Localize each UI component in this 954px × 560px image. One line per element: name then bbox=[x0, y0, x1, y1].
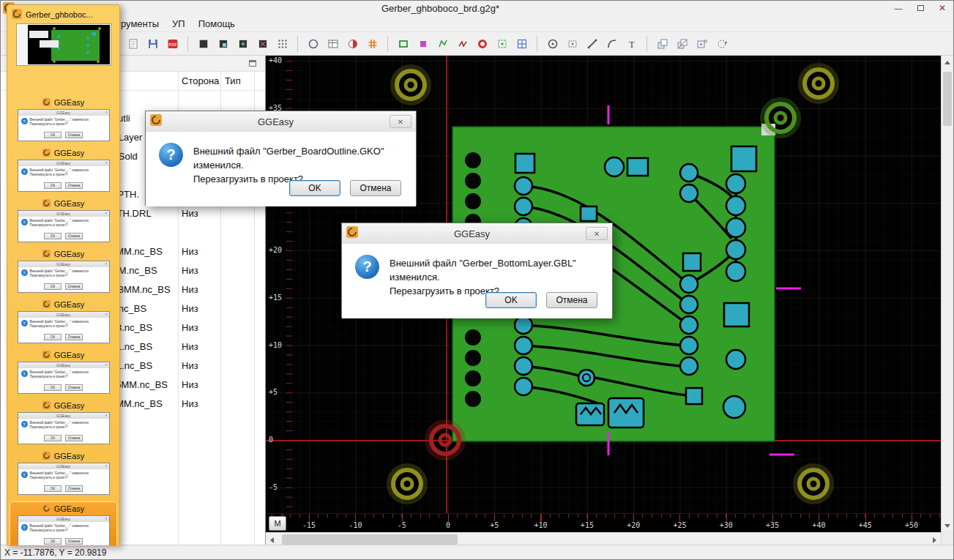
horizontal-scroll-thumb[interactable] bbox=[282, 534, 458, 545]
rotate-button[interactable] bbox=[712, 34, 731, 53]
ruler-label: +35 bbox=[761, 521, 783, 529]
scroll-left-icon[interactable] bbox=[270, 537, 274, 543]
pdf-export-button[interactable]: PDF bbox=[163, 34, 182, 53]
ok-button[interactable]: OK bbox=[289, 180, 340, 196]
cancel-button-preview: Отмена bbox=[65, 435, 83, 441]
ruler-label: -15 bbox=[298, 521, 320, 529]
close-icon: × bbox=[105, 463, 108, 468]
snap-grid-button[interactable] bbox=[273, 34, 291, 53]
dialog-thumbnail: GGEasy× ? Внешний файл "Gerber_..." изме… bbox=[18, 311, 110, 343]
taskbar-preview-flyout: Gerber_ghboboc... GGEasy GGEasy× ? Внешн… bbox=[7, 4, 120, 546]
dialog-thumbnail: GGEasy× ? Внешний файл "Gerber_..." изме… bbox=[18, 261, 110, 293]
dialog-item-title: GGEasy bbox=[54, 149, 85, 157]
question-icon: ? bbox=[21, 168, 28, 175]
close-icon[interactable]: ✕ bbox=[586, 227, 608, 240]
draw-zigzag-button[interactable] bbox=[453, 34, 472, 53]
file-side: Низ bbox=[182, 322, 198, 333]
scroll-down-icon[interactable] bbox=[944, 524, 950, 528]
zoom-fit-button[interactable] bbox=[234, 34, 252, 53]
combine-button[interactable] bbox=[693, 34, 711, 53]
close-icon[interactable]: ✕ bbox=[390, 115, 411, 128]
cancel-button[interactable]: Отмена bbox=[350, 180, 401, 196]
draw-text-button[interactable]: T bbox=[622, 34, 641, 53]
draw-dotted-rect-button[interactable] bbox=[563, 34, 581, 53]
file-side: Низ bbox=[182, 246, 198, 257]
close-button[interactable]: ✕ bbox=[931, 1, 953, 15]
dialog-title: GGEasy bbox=[358, 228, 586, 239]
menu-help[interactable]: Помощь bbox=[192, 16, 242, 31]
file-side: Низ bbox=[182, 208, 198, 219]
vertical-scrollbar[interactable] bbox=[941, 56, 953, 545]
minimize-button[interactable]: — bbox=[887, 1, 909, 15]
cancel-button-preview: Отмена bbox=[65, 233, 83, 239]
draw-polyline-button[interactable] bbox=[433, 34, 452, 53]
group-button[interactable] bbox=[653, 34, 671, 53]
dialog-item-title: GGEasy bbox=[54, 351, 85, 359]
toolbar-separator bbox=[297, 36, 298, 52]
cancel-button[interactable]: Отмена bbox=[546, 292, 597, 308]
dialog-thumbnail: GGEasy× ? Внешний файл "Gerber_..." изме… bbox=[18, 515, 110, 546]
close-icon: × bbox=[105, 362, 108, 367]
file-side: Низ bbox=[182, 341, 198, 352]
ok-button-preview: ОК bbox=[44, 384, 62, 391]
save-button[interactable] bbox=[144, 34, 162, 53]
ruler-label: +5 bbox=[483, 521, 505, 529]
dialog-titlebar[interactable]: GGEasy ✕ bbox=[146, 111, 416, 132]
close-icon: × bbox=[105, 312, 108, 316]
float-panel-icon[interactable] bbox=[249, 60, 256, 67]
taskbar-dialog-item[interactable]: GGEasy GGEasy× ? Внешний файл "Gerber_..… bbox=[7, 97, 119, 143]
taskbar-dialog-item[interactable]: GGEasy GGEasy× ? Внешний файл "Gerber_..… bbox=[7, 400, 119, 447]
taskbar-dialog-item[interactable]: GGEasy GGEasy× ? Внешний файл "Gerber_..… bbox=[7, 148, 119, 194]
zoom-window-button[interactable] bbox=[214, 34, 232, 53]
apertures-button[interactable] bbox=[363, 34, 381, 53]
draw-circle-button[interactable] bbox=[543, 34, 562, 53]
file-side: Низ bbox=[182, 360, 198, 371]
question-icon: ? bbox=[21, 471, 28, 478]
titlebar[interactable]: Gerber_ghboboco_brd.g2g* — ✕ bbox=[1, 1, 953, 15]
toolbar: PDF T bbox=[1, 31, 953, 56]
taskbar-dialog-item[interactable]: GGEasy GGEasy× ? Внешний файл "Gerber_..… bbox=[7, 299, 119, 346]
ruler-label: 0 bbox=[437, 521, 459, 529]
taskbar-dialog-item[interactable]: GGEasy GGEasy× ? Внешний файл "Gerber_..… bbox=[10, 501, 117, 546]
horizontal-scrollbar[interactable] bbox=[266, 532, 941, 545]
taskbar-window-item[interactable]: Gerber_ghboboc... bbox=[7, 5, 119, 22]
marquee-select-button[interactable] bbox=[194, 34, 212, 53]
draw-pad-button[interactable] bbox=[414, 34, 432, 53]
ggeasy-logo-icon bbox=[42, 401, 51, 411]
scroll-up-icon[interactable] bbox=[944, 61, 950, 64]
taskbar-dialog-item[interactable]: GGEasy GGEasy× ? Внешний файл "Gerber_..… bbox=[7, 350, 119, 396]
draw-arc-button[interactable] bbox=[603, 34, 621, 53]
draw-region-button[interactable] bbox=[493, 34, 511, 53]
ruler-label: +10 bbox=[530, 521, 552, 529]
taskbar-dialog-item[interactable]: GGEasy GGEasy× ? Внешний файл "Gerber_..… bbox=[7, 198, 119, 244]
dialog-item-title: GGEasy bbox=[54, 199, 85, 208]
taskbar-dialog-item[interactable]: GGEasy GGEasy× ? Внешний файл "Gerber_..… bbox=[7, 451, 119, 497]
layers-table-button[interactable] bbox=[324, 34, 342, 53]
ggeasy-logo-icon bbox=[42, 300, 51, 310]
zoom-selection-button[interactable] bbox=[253, 34, 272, 53]
draw-donut-button[interactable] bbox=[473, 34, 491, 53]
toolbar-separator bbox=[537, 36, 537, 52]
maximize-button[interactable] bbox=[909, 1, 931, 15]
draw-rect-button[interactable] bbox=[394, 34, 412, 53]
taskbar-dialog-item[interactable]: GGEasy GGEasy× ? Внешний файл "Gerber_..… bbox=[7, 249, 119, 295]
ok-button[interactable]: OK bbox=[485, 292, 537, 308]
vertical-scroll-thumb[interactable] bbox=[943, 72, 952, 126]
document-button[interactable] bbox=[124, 34, 142, 53]
question-icon: ? bbox=[21, 320, 28, 326]
draw-array-button[interactable] bbox=[513, 34, 531, 53]
units-toggle-button[interactable]: M bbox=[269, 516, 286, 531]
question-icon: ? bbox=[159, 143, 183, 167]
ruler-label: +40 bbox=[808, 521, 830, 529]
scroll-right-icon[interactable] bbox=[933, 537, 936, 543]
ungroup-button[interactable] bbox=[673, 34, 691, 53]
menu-up[interactable]: УП bbox=[165, 16, 192, 31]
column-header-side: Сторона bbox=[182, 75, 219, 86]
circle-view-button[interactable] bbox=[304, 34, 322, 53]
dialog-titlebar[interactable]: GGEasy ✕ bbox=[342, 223, 612, 244]
question-icon: ? bbox=[21, 219, 28, 225]
cancel-button-preview: Отмена bbox=[65, 384, 83, 391]
draw-line-button[interactable] bbox=[583, 34, 601, 53]
window-thumbnail[interactable] bbox=[17, 24, 111, 65]
polarity-button[interactable] bbox=[343, 34, 362, 53]
